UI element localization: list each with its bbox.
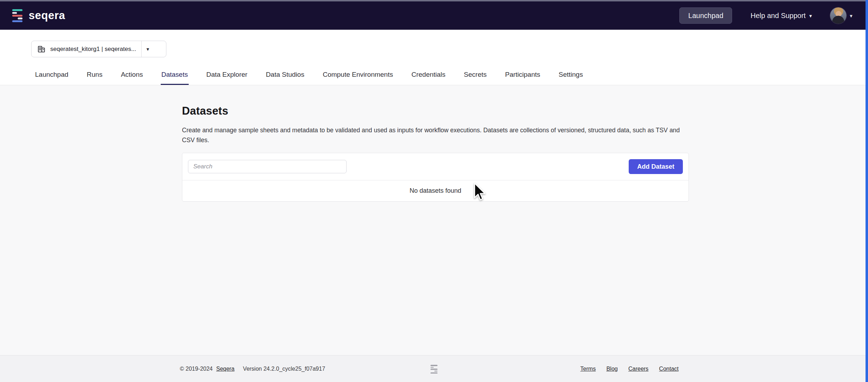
navbar-right-group: Launchpad Help and Support ▾ ▾: [679, 7, 852, 24]
tab-launchpad[interactable]: Launchpad: [34, 65, 69, 85]
copyright-text: © 2019-2024: [180, 366, 213, 372]
chevron-down-icon: ▾: [809, 13, 812, 18]
search-input[interactable]: [188, 160, 347, 173]
careers-link[interactable]: Careers: [628, 366, 649, 372]
seqera-footer-link[interactable]: Seqera: [216, 366, 235, 372]
top-navbar: seqera Launchpad Help and Support ▾ ▾: [0, 1, 868, 30]
terms-link[interactable]: Terms: [580, 366, 596, 372]
tab-compute-environments[interactable]: Compute Environments: [322, 65, 394, 85]
organization-icon: [37, 45, 46, 53]
empty-state-message: No datasets found: [410, 187, 461, 195]
tab-participants[interactable]: Participants: [504, 65, 541, 85]
footer-links: Terms Blog Careers Contact: [580, 355, 679, 382]
window-right-edge: [866, 0, 868, 382]
tab-runs[interactable]: Runs: [86, 65, 103, 85]
datasets-card: Add Dataset No datasets found: [182, 153, 689, 202]
tab-credentials[interactable]: Credentials: [411, 65, 446, 85]
launchpad-button-label: Launchpad: [688, 12, 723, 20]
help-and-support-menu[interactable]: Help and Support ▾: [750, 12, 812, 20]
page-footer: © 2019-2024 Seqera Version 24.2.0_cycle2…: [0, 355, 868, 382]
window-top-edge: [0, 0, 868, 1]
tab-datasets[interactable]: Datasets: [161, 65, 189, 85]
seqera-logo-link[interactable]: seqera: [11, 9, 65, 22]
tab-secrets[interactable]: Secrets: [463, 65, 487, 85]
tab-settings[interactable]: Settings: [558, 65, 584, 85]
page-title: Datasets: [182, 105, 689, 117]
contact-link[interactable]: Contact: [659, 366, 679, 372]
user-avatar: [830, 7, 846, 24]
seqera-logo-icon: [11, 9, 24, 22]
page-description: Create and manage sample sheets and meta…: [182, 125, 689, 145]
tab-data-studios[interactable]: Data Studios: [265, 65, 305, 85]
datasets-card-toolbar: Add Dataset: [182, 153, 689, 180]
workspace-caret-button[interactable]: ▾: [142, 46, 154, 52]
footer-copyright-group: © 2019-2024 Seqera Version 24.2.0_cycle2…: [180, 355, 325, 382]
launchpad-button[interactable]: Launchpad: [679, 7, 732, 24]
user-menu[interactable]: ▾: [830, 7, 852, 24]
chevron-down-icon: ▾: [850, 13, 852, 18]
tab-actions[interactable]: Actions: [120, 65, 143, 85]
help-and-support-label: Help and Support: [750, 12, 806, 20]
main-content: Datasets Create and manage sample sheets…: [0, 85, 868, 355]
tab-data-explorer[interactable]: Data Explorer: [206, 65, 248, 85]
workspace-selector-label: seqeratest_kitorg1 | seqerates...: [50, 46, 141, 53]
add-dataset-button[interactable]: Add Dataset: [629, 159, 683, 174]
seqera-wordmark: seqera: [29, 9, 65, 22]
datasets-section: Datasets Create and manage sample sheets…: [182, 85, 689, 202]
seqera-glyph-icon: [429, 364, 439, 375]
workspace-tabbar: Launchpad Runs Actions Datasets Data Exp…: [0, 65, 868, 85]
datasets-empty-row: No datasets found: [182, 180, 689, 201]
blog-link[interactable]: Blog: [606, 366, 618, 372]
workspace-header: seqeratest_kitorg1 | seqerates... ▾ Laun…: [0, 30, 868, 85]
version-text: Version 24.2.0_cycle25_f07a917: [243, 366, 325, 372]
seqera-platform-window: seqera Launchpad Help and Support ▾ ▾: [0, 0, 868, 382]
chevron-down-icon: ▾: [147, 46, 149, 52]
workspace-selector[interactable]: seqeratest_kitorg1 | seqerates... ▾: [31, 41, 166, 57]
